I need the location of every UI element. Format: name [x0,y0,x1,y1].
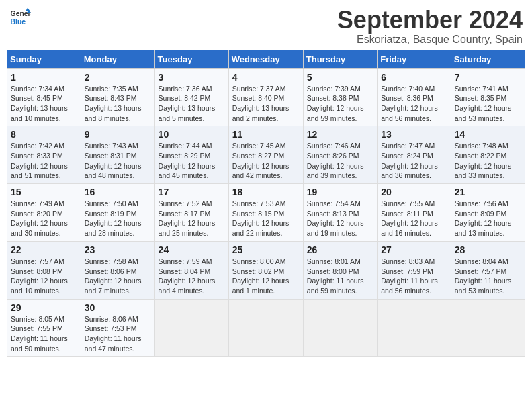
page-header: General Blue September 2024 Eskoriatza, … [7,7,525,46]
day-number: 3 [159,72,225,83]
calendar-day-cell: 19 Sunrise: 7:54 AM Sunset: 8:13 PM Dayl… [303,184,377,242]
calendar-day-cell: 3 Sunrise: 7:36 AM Sunset: 8:42 PM Dayli… [154,68,228,126]
calendar-day-cell [303,299,377,357]
calendar-week-row: 29 Sunrise: 8:05 AM Sunset: 7:55 PM Dayl… [7,299,525,357]
calendar-day-cell: 17 Sunrise: 7:52 AM Sunset: 8:17 PM Dayl… [154,184,228,242]
day-info: Sunrise: 7:48 AM Sunset: 8:22 PM Dayligh… [455,141,521,181]
day-number: 30 [85,302,151,313]
day-number: 17 [159,187,225,197]
day-info: Sunrise: 7:59 AM Sunset: 8:04 PM Dayligh… [159,257,225,296]
day-info: Sunrise: 7:57 AM Sunset: 8:08 PM Dayligh… [11,257,77,296]
calendar-day-cell: 23 Sunrise: 7:58 AM Sunset: 8:06 PM Dayl… [81,241,154,299]
day-number: 13 [381,129,447,140]
day-info: Sunrise: 7:53 AM Sunset: 8:15 PM Dayligh… [232,199,300,238]
calendar-day-header: Monday [81,50,154,68]
day-info: Sunrise: 8:04 AM Sunset: 7:57 PM Dayligh… [455,257,521,296]
calendar-day-cell: 9 Sunrise: 7:43 AM Sunset: 8:31 PM Dayli… [81,126,154,184]
calendar-day-cell: 22 Sunrise: 7:57 AM Sunset: 8:08 PM Dayl… [7,241,81,299]
day-number: 21 [455,187,521,197]
day-info: Sunrise: 7:47 AM Sunset: 8:24 PM Dayligh… [381,141,447,181]
day-info: Sunrise: 7:37 AM Sunset: 8:40 PM Dayligh… [232,84,300,124]
day-info: Sunrise: 7:36 AM Sunset: 8:42 PM Dayligh… [159,84,225,124]
day-info: Sunrise: 7:44 AM Sunset: 8:29 PM Dayligh… [159,141,225,181]
day-info: Sunrise: 7:43 AM Sunset: 8:31 PM Dayligh… [85,141,151,181]
calendar-day-cell: 1 Sunrise: 7:34 AM Sunset: 8:45 PM Dayli… [7,68,81,126]
calendar-day-cell: 13 Sunrise: 7:47 AM Sunset: 8:24 PM Dayl… [378,126,451,184]
day-number: 2 [85,72,151,83]
calendar-day-cell: 24 Sunrise: 7:59 AM Sunset: 8:04 PM Dayl… [154,241,228,299]
calendar-day-header: Tuesday [154,50,228,68]
location: Eskoriatza, Basque Country, Spain [337,34,523,46]
logo-icon: General Blue [9,7,31,28]
day-number: 12 [307,129,373,140]
day-number: 16 [85,187,151,197]
calendar-day-cell [228,299,303,357]
calendar-table: SundayMondayTuesdayWednesdayThursdayFrid… [7,50,525,357]
day-info: Sunrise: 7:52 AM Sunset: 8:17 PM Dayligh… [159,199,225,238]
calendar-day-cell: 26 Sunrise: 8:01 AM Sunset: 8:00 PM Dayl… [303,241,377,299]
day-number: 11 [232,129,300,140]
day-info: Sunrise: 7:42 AM Sunset: 8:33 PM Dayligh… [11,141,77,181]
day-number: 1 [11,72,77,83]
calendar-body: 1 Sunrise: 7:34 AM Sunset: 8:45 PM Dayli… [7,68,525,357]
calendar-day-header: Saturday [451,50,525,68]
calendar-day-cell: 30 Sunrise: 8:06 AM Sunset: 7:53 PM Dayl… [81,299,154,357]
calendar-day-cell: 15 Sunrise: 7:49 AM Sunset: 8:20 PM Dayl… [7,184,81,242]
calendar-day-cell [154,299,228,357]
calendar-day-cell: 11 Sunrise: 7:45 AM Sunset: 8:27 PM Dayl… [228,126,303,184]
day-info: Sunrise: 7:34 AM Sunset: 8:45 PM Dayligh… [11,84,77,124]
day-info: Sunrise: 8:00 AM Sunset: 8:02 PM Dayligh… [232,257,300,296]
day-info: Sunrise: 8:03 AM Sunset: 7:59 PM Dayligh… [381,257,447,296]
day-number: 25 [232,244,300,255]
calendar-day-cell: 4 Sunrise: 7:37 AM Sunset: 8:40 PM Dayli… [228,68,303,126]
day-info: Sunrise: 7:54 AM Sunset: 8:13 PM Dayligh… [307,199,373,238]
day-number: 26 [307,244,373,255]
calendar-day-cell: 27 Sunrise: 8:03 AM Sunset: 7:59 PM Dayl… [378,241,451,299]
day-info: Sunrise: 8:05 AM Sunset: 7:55 PM Dayligh… [11,314,77,354]
title-block: September 2024 Eskoriatza, Basque Countr… [337,7,523,46]
calendar-week-row: 1 Sunrise: 7:34 AM Sunset: 8:45 PM Dayli… [7,68,525,126]
day-number: 4 [232,72,300,83]
day-info: Sunrise: 8:06 AM Sunset: 7:53 PM Dayligh… [85,314,151,354]
day-info: Sunrise: 7:40 AM Sunset: 8:36 PM Dayligh… [381,84,447,124]
calendar-day-cell: 28 Sunrise: 8:04 AM Sunset: 7:57 PM Dayl… [451,241,525,299]
day-number: 10 [159,129,225,140]
calendar-day-cell: 5 Sunrise: 7:39 AM Sunset: 8:38 PM Dayli… [303,68,377,126]
calendar-day-header: Wednesday [228,50,303,68]
day-info: Sunrise: 7:39 AM Sunset: 8:38 PM Dayligh… [307,84,373,124]
day-info: Sunrise: 7:45 AM Sunset: 8:27 PM Dayligh… [232,141,300,181]
calendar-day-cell [378,299,451,357]
day-number: 9 [85,129,151,140]
day-number: 29 [11,302,77,313]
day-number: 5 [307,72,373,83]
day-info: Sunrise: 7:49 AM Sunset: 8:20 PM Dayligh… [11,199,77,238]
calendar-day-cell: 14 Sunrise: 7:48 AM Sunset: 8:22 PM Dayl… [451,126,525,184]
calendar-day-cell: 20 Sunrise: 7:55 AM Sunset: 8:11 PM Dayl… [378,184,451,242]
logo: General Blue [9,7,31,28]
calendar-day-cell: 8 Sunrise: 7:42 AM Sunset: 8:33 PM Dayli… [7,126,81,184]
calendar-day-header: Friday [378,50,451,68]
day-info: Sunrise: 7:56 AM Sunset: 8:09 PM Dayligh… [455,199,521,238]
calendar-week-row: 8 Sunrise: 7:42 AM Sunset: 8:33 PM Dayli… [7,126,525,184]
calendar-day-cell: 29 Sunrise: 8:05 AM Sunset: 7:55 PM Dayl… [7,299,81,357]
month-title: September 2024 [337,7,523,34]
calendar-day-cell: 25 Sunrise: 8:00 AM Sunset: 8:02 PM Dayl… [228,241,303,299]
calendar-day-cell: 6 Sunrise: 7:40 AM Sunset: 8:36 PM Dayli… [378,68,451,126]
calendar-day-cell [451,299,525,357]
day-number: 22 [11,244,77,255]
day-number: 7 [455,72,521,83]
day-number: 14 [455,129,521,140]
calendar-day-header: Thursday [303,50,377,68]
svg-text:Blue: Blue [11,18,26,26]
calendar-day-cell: 18 Sunrise: 7:53 AM Sunset: 8:15 PM Dayl… [228,184,303,242]
day-number: 23 [85,244,151,255]
calendar-day-cell: 12 Sunrise: 7:46 AM Sunset: 8:26 PM Dayl… [303,126,377,184]
day-info: Sunrise: 7:50 AM Sunset: 8:19 PM Dayligh… [85,199,151,238]
calendar-day-cell: 10 Sunrise: 7:44 AM Sunset: 8:29 PM Dayl… [154,126,228,184]
day-number: 18 [232,187,300,197]
day-number: 20 [381,187,447,197]
day-info: Sunrise: 7:46 AM Sunset: 8:26 PM Dayligh… [307,141,373,181]
day-info: Sunrise: 7:58 AM Sunset: 8:06 PM Dayligh… [85,257,151,296]
day-info: Sunrise: 7:41 AM Sunset: 8:35 PM Dayligh… [455,84,521,124]
calendar-day-cell: 16 Sunrise: 7:50 AM Sunset: 8:19 PM Dayl… [81,184,154,242]
